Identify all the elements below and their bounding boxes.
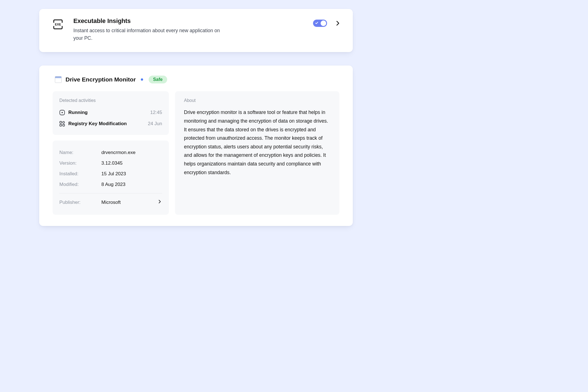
running-icon <box>59 110 65 115</box>
fact-label: Version: <box>59 160 101 166</box>
activity-row: Registry Key Modification 24 Jun <box>59 119 162 128</box>
chevron-right-icon <box>157 199 162 204</box>
about-panel: About Drive encryption monitor is a soft… <box>175 91 339 215</box>
check-icon <box>315 21 318 25</box>
svg-text:EXE: EXE <box>55 23 61 26</box>
fact-row-modified: Modified: 8 Aug 2023 <box>59 179 162 190</box>
svg-point-2 <box>62 112 63 113</box>
program-header: Drive Encryption Monitor Safe <box>53 76 339 83</box>
fact-label: Name: <box>59 150 101 155</box>
svg-rect-3 <box>60 122 62 123</box>
svg-rect-5 <box>60 124 62 126</box>
program-detail-card: Drive Encryption Monitor Safe Detected a… <box>39 66 353 226</box>
fact-label: Publisher: <box>59 200 101 205</box>
activity-label: Running <box>68 110 88 115</box>
chevron-right-icon <box>334 20 341 27</box>
facts-panel: Name: drvencrmon.exe Version: 3.12.0345 … <box>53 141 169 215</box>
svg-point-4 <box>63 122 65 123</box>
exe-icon: EXE <box>52 18 64 30</box>
activity-time: 24 Jun <box>148 121 162 127</box>
svg-rect-6 <box>63 124 65 126</box>
registry-icon <box>59 121 65 127</box>
expand-button[interactable] <box>334 20 341 27</box>
activity-row: Running 12:45 <box>59 108 162 117</box>
fact-value: 8 Aug 2023 <box>101 182 125 187</box>
fact-row-name: Name: drvencrmon.exe <box>59 147 162 158</box>
fact-value: 3.12.0345 <box>101 160 123 166</box>
about-heading: About <box>184 98 330 103</box>
app-icon <box>55 76 62 83</box>
program-title: Drive Encryption Monitor <box>66 76 136 83</box>
feature-toggle[interactable] <box>313 20 327 27</box>
about-body: Drive encryption monitor is a software t… <box>184 108 330 177</box>
fact-value: 15 Jul 2023 <box>101 171 126 177</box>
status-dot-icon <box>141 78 143 81</box>
fact-row-publisher: Publisher: Microsoft <box>59 193 162 208</box>
fact-value: drvencrmon.exe <box>101 150 136 155</box>
activity-time: 12:45 <box>150 110 162 115</box>
detected-activities-panel: Detected activities Running 12:45 <box>53 91 169 135</box>
safety-badge: Safe <box>149 76 167 83</box>
feature-description: Instant access to critical information a… <box>73 27 230 42</box>
fact-row-version: Version: 3.12.0345 <box>59 158 162 169</box>
fact-value: Microsoft <box>101 200 121 205</box>
feature-title: Executable Insights <box>73 17 230 25</box>
fact-label: Installed: <box>59 171 101 177</box>
activity-label: Registry Key Modification <box>68 121 127 127</box>
fact-row-installed: Installed: 15 Jul 2023 <box>59 169 162 179</box>
feature-card: EXE Executable Insights Instant access t… <box>39 9 353 52</box>
publisher-details-button[interactable] <box>157 199 162 206</box>
detected-activities-heading: Detected activities <box>59 98 162 103</box>
fact-label: Modified: <box>59 182 101 187</box>
